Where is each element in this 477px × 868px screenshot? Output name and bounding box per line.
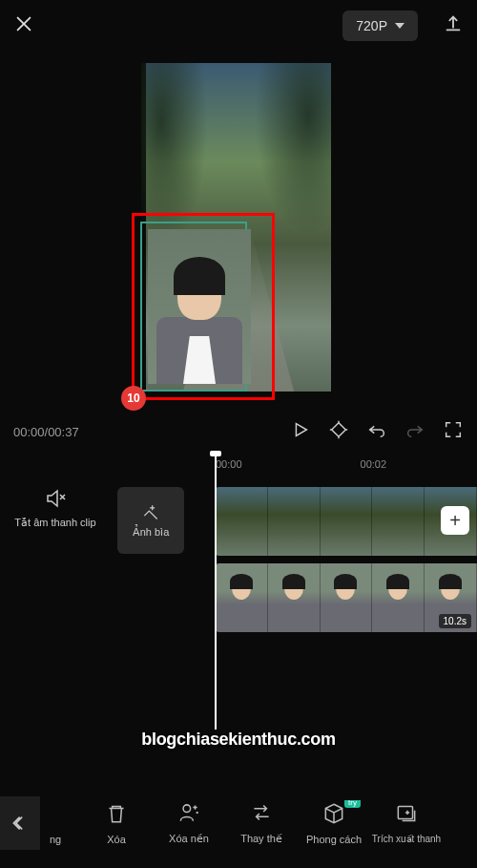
keyframe-button[interactable] — [328, 419, 349, 444]
mute-clip-button[interactable]: Tắt âm thanh clip — [13, 487, 97, 529]
close-button[interactable] — [13, 13, 34, 38]
resolution-selector[interactable]: 720P — [342, 11, 418, 41]
watermark-text: blogchiasekienthuc.com — [141, 730, 335, 750]
cover-label: Ảnh bìa — [133, 525, 170, 539]
play-button[interactable] — [290, 419, 311, 444]
undo-button[interactable] — [366, 419, 387, 444]
export-button[interactable] — [443, 13, 464, 38]
cover-thumb-button[interactable]: Ảnh bìa — [109, 487, 193, 554]
ruler-mark: 00:02 — [361, 458, 387, 470]
resolution-label: 720P — [356, 18, 387, 33]
extract-button[interactable]: Trích xuất thanh — [370, 801, 443, 844]
style-button[interactable]: try Phong cách — [298, 801, 370, 845]
time-display: 00:00/00:37 — [13, 425, 79, 439]
timeline-ruler[interactable]: 00:00 00:02 — [0, 453, 477, 476]
annotation-badge: 10 — [121, 386, 146, 411]
add-clip-button[interactable]: + — [441, 506, 469, 535]
ruler-mark: 00:00 — [216, 458, 242, 470]
remove-bg-button[interactable]: Xóa nền — [153, 800, 225, 845]
person-sparkle-icon — [176, 800, 201, 825]
delete-button[interactable]: Xóa — [80, 801, 153, 845]
mute-label: Tắt âm thanh clip — [14, 516, 95, 529]
overlay-track[interactable]: 10.2s — [216, 563, 477, 632]
swap-icon — [249, 800, 274, 825]
overlay-selection-box[interactable]: 10 — [132, 213, 275, 400]
preview-area[interactable]: 10 — [0, 52, 477, 411]
timeline[interactable]: Tắt âm thanh clip Ảnh bìa + 10.2s — [0, 476, 477, 733]
toolbar-item-partial[interactable]: ng — [46, 801, 80, 845]
redo-button[interactable] — [404, 419, 425, 444]
video-preview[interactable]: 10 — [146, 63, 331, 392]
trash-icon — [104, 801, 129, 826]
try-badge: try — [344, 800, 361, 808]
cube-icon — [321, 801, 346, 826]
extract-icon — [394, 801, 419, 826]
back-button[interactable] — [0, 796, 40, 850]
chevron-down-icon — [395, 23, 404, 29]
video-track[interactable] — [216, 487, 477, 556]
clip-duration-chip: 10.2s — [439, 614, 471, 628]
playhead[interactable] — [215, 453, 217, 730]
svg-point-0 — [183, 805, 191, 813]
fullscreen-button[interactable] — [443, 419, 464, 444]
bottom-toolbar: ng Xóa Xóa nền Thay thế try Phong cách T… — [0, 777, 477, 868]
replace-button[interactable]: Thay thế — [225, 800, 298, 845]
